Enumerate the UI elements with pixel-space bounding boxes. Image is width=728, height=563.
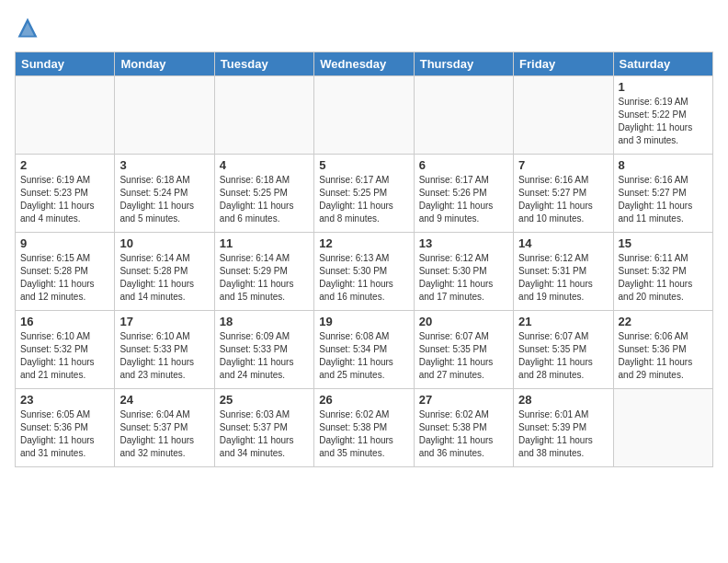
day-info: Sunrise: 6:04 AM Sunset: 5:37 PM Dayligh…: [119, 408, 209, 460]
calendar-week-row: 1Sunrise: 6:19 AM Sunset: 5:22 PM Daylig…: [16, 76, 713, 155]
day-number: 8: [619, 158, 708, 172]
day-info: Sunrise: 6:10 AM Sunset: 5:33 PM Dayligh…: [119, 330, 209, 382]
day-number: 17: [119, 315, 209, 328]
day-info: Sunrise: 6:17 AM Sunset: 5:25 PM Dayligh…: [319, 174, 408, 225]
logo-icon: [15, 15, 40, 40]
day-number: 9: [20, 236, 109, 250]
day-number: 20: [419, 315, 508, 328]
day-number: 13: [419, 236, 508, 250]
day-info: Sunrise: 6:07 AM Sunset: 5:35 PM Dayligh…: [419, 330, 508, 382]
calendar-cell: 14Sunrise: 6:12 AM Sunset: 5:31 PM Dayli…: [514, 233, 613, 311]
day-number: 4: [220, 158, 309, 172]
calendar-cell: [115, 76, 214, 155]
calendar-table: SundayMondayTuesdayWednesdayThursdayFrid…: [15, 52, 713, 467]
calendar-cell: 17Sunrise: 6:10 AM Sunset: 5:33 PM Dayli…: [115, 311, 214, 389]
day-number: 14: [518, 236, 608, 250]
weekday-header-cell: Friday: [514, 52, 613, 76]
day-info: Sunrise: 6:01 AM Sunset: 5:39 PM Dayligh…: [518, 408, 608, 460]
calendar-cell: 5Sunrise: 6:17 AM Sunset: 5:25 PM Daylig…: [314, 155, 414, 233]
calendar-cell: 12Sunrise: 6:13 AM Sunset: 5:30 PM Dayli…: [314, 233, 414, 311]
day-info: Sunrise: 6:07 AM Sunset: 5:35 PM Dayligh…: [518, 330, 608, 382]
calendar-cell: 13Sunrise: 6:12 AM Sunset: 5:30 PM Dayli…: [414, 233, 513, 311]
day-number: 3: [119, 158, 209, 172]
day-info: Sunrise: 6:10 AM Sunset: 5:32 PM Dayligh…: [20, 330, 109, 382]
day-number: 24: [119, 393, 209, 407]
calendar-cell: [414, 76, 513, 155]
calendar-cell: 21Sunrise: 6:07 AM Sunset: 5:35 PM Dayli…: [514, 311, 613, 389]
calendar-week-row: 23Sunrise: 6:05 AM Sunset: 5:36 PM Dayli…: [16, 389, 713, 467]
calendar-cell: [214, 76, 313, 155]
logo: [15, 15, 44, 40]
calendar-cell: 4Sunrise: 6:18 AM Sunset: 5:25 PM Daylig…: [214, 155, 313, 233]
weekday-header-cell: Monday: [115, 52, 214, 76]
weekday-header-cell: Thursday: [414, 52, 513, 76]
calendar-cell: 26Sunrise: 6:02 AM Sunset: 5:38 PM Dayli…: [314, 389, 414, 467]
day-info: Sunrise: 6:12 AM Sunset: 5:31 PM Dayligh…: [518, 252, 608, 304]
page-header: [15, 15, 713, 40]
day-number: 12: [319, 236, 408, 250]
day-info: Sunrise: 6:14 AM Sunset: 5:29 PM Dayligh…: [220, 252, 309, 304]
calendar-cell: 22Sunrise: 6:06 AM Sunset: 5:36 PM Dayli…: [613, 311, 712, 389]
weekday-header-cell: Wednesday: [314, 52, 414, 76]
day-info: Sunrise: 6:16 AM Sunset: 5:27 PM Dayligh…: [619, 174, 708, 225]
day-number: 19: [319, 315, 408, 328]
calendar-cell: [514, 76, 613, 155]
day-number: 21: [518, 315, 608, 328]
calendar-cell: 10Sunrise: 6:14 AM Sunset: 5:28 PM Dayli…: [115, 233, 214, 311]
day-info: Sunrise: 6:19 AM Sunset: 5:22 PM Dayligh…: [619, 96, 708, 147]
day-info: Sunrise: 6:06 AM Sunset: 5:36 PM Dayligh…: [619, 330, 708, 382]
day-number: 26: [319, 393, 408, 407]
day-number: 23: [20, 393, 109, 407]
calendar-cell: 2Sunrise: 6:19 AM Sunset: 5:23 PM Daylig…: [16, 155, 115, 233]
calendar-cell: 24Sunrise: 6:04 AM Sunset: 5:37 PM Dayli…: [115, 389, 214, 467]
day-info: Sunrise: 6:18 AM Sunset: 5:25 PM Dayligh…: [220, 174, 309, 225]
day-number: 2: [20, 158, 109, 172]
calendar-cell: 18Sunrise: 6:09 AM Sunset: 5:33 PM Dayli…: [214, 311, 313, 389]
day-info: Sunrise: 6:05 AM Sunset: 5:36 PM Dayligh…: [20, 408, 109, 460]
day-number: 16: [20, 315, 109, 328]
day-info: Sunrise: 6:16 AM Sunset: 5:27 PM Dayligh…: [518, 174, 608, 225]
day-info: Sunrise: 6:09 AM Sunset: 5:33 PM Dayligh…: [220, 330, 309, 382]
calendar-cell: 25Sunrise: 6:03 AM Sunset: 5:37 PM Dayli…: [214, 389, 313, 467]
calendar-cell: 23Sunrise: 6:05 AM Sunset: 5:36 PM Dayli…: [16, 389, 115, 467]
day-info: Sunrise: 6:08 AM Sunset: 5:34 PM Dayligh…: [319, 330, 408, 382]
day-number: 22: [619, 315, 708, 328]
day-number: 25: [220, 393, 309, 407]
weekday-header-cell: Tuesday: [214, 52, 313, 76]
day-number: 10: [119, 236, 209, 250]
calendar-cell: 15Sunrise: 6:11 AM Sunset: 5:32 PM Dayli…: [613, 233, 712, 311]
day-info: Sunrise: 6:03 AM Sunset: 5:37 PM Dayligh…: [220, 408, 309, 460]
calendar-cell: [613, 389, 712, 467]
day-info: Sunrise: 6:11 AM Sunset: 5:32 PM Dayligh…: [619, 252, 708, 304]
calendar-cell: 7Sunrise: 6:16 AM Sunset: 5:27 PM Daylig…: [514, 155, 613, 233]
day-number: 28: [518, 393, 608, 407]
calendar-cell: 3Sunrise: 6:18 AM Sunset: 5:24 PM Daylig…: [115, 155, 214, 233]
calendar-week-row: 16Sunrise: 6:10 AM Sunset: 5:32 PM Dayli…: [16, 311, 713, 389]
calendar-cell: 19Sunrise: 6:08 AM Sunset: 5:34 PM Dayli…: [314, 311, 414, 389]
calendar-cell: 9Sunrise: 6:15 AM Sunset: 5:28 PM Daylig…: [16, 233, 115, 311]
day-number: 27: [419, 393, 508, 407]
day-info: Sunrise: 6:18 AM Sunset: 5:24 PM Dayligh…: [119, 174, 209, 225]
calendar-cell: 8Sunrise: 6:16 AM Sunset: 5:27 PM Daylig…: [613, 155, 712, 233]
calendar-cell: 27Sunrise: 6:02 AM Sunset: 5:38 PM Dayli…: [414, 389, 513, 467]
calendar-cell: [16, 76, 115, 155]
calendar-cell: 6Sunrise: 6:17 AM Sunset: 5:26 PM Daylig…: [414, 155, 513, 233]
day-info: Sunrise: 6:15 AM Sunset: 5:28 PM Dayligh…: [20, 252, 109, 304]
day-number: 15: [619, 236, 708, 250]
calendar-body: 1Sunrise: 6:19 AM Sunset: 5:22 PM Daylig…: [16, 76, 713, 467]
day-number: 6: [419, 158, 508, 172]
day-number: 18: [220, 315, 309, 328]
calendar-cell: 20Sunrise: 6:07 AM Sunset: 5:35 PM Dayli…: [414, 311, 513, 389]
weekday-header-cell: Saturday: [613, 52, 712, 76]
weekday-header-cell: Sunday: [16, 52, 115, 76]
day-number: 11: [220, 236, 309, 250]
calendar-cell: 28Sunrise: 6:01 AM Sunset: 5:39 PM Dayli…: [514, 389, 613, 467]
weekday-header-row: SundayMondayTuesdayWednesdayThursdayFrid…: [16, 52, 713, 76]
calendar-cell: [314, 76, 414, 155]
day-number: 7: [518, 158, 608, 172]
day-info: Sunrise: 6:17 AM Sunset: 5:26 PM Dayligh…: [419, 174, 508, 225]
calendar-cell: 11Sunrise: 6:14 AM Sunset: 5:29 PM Dayli…: [214, 233, 313, 311]
calendar-cell: 16Sunrise: 6:10 AM Sunset: 5:32 PM Dayli…: [16, 311, 115, 389]
day-number: 1: [619, 80, 708, 94]
day-info: Sunrise: 6:12 AM Sunset: 5:30 PM Dayligh…: [419, 252, 508, 304]
